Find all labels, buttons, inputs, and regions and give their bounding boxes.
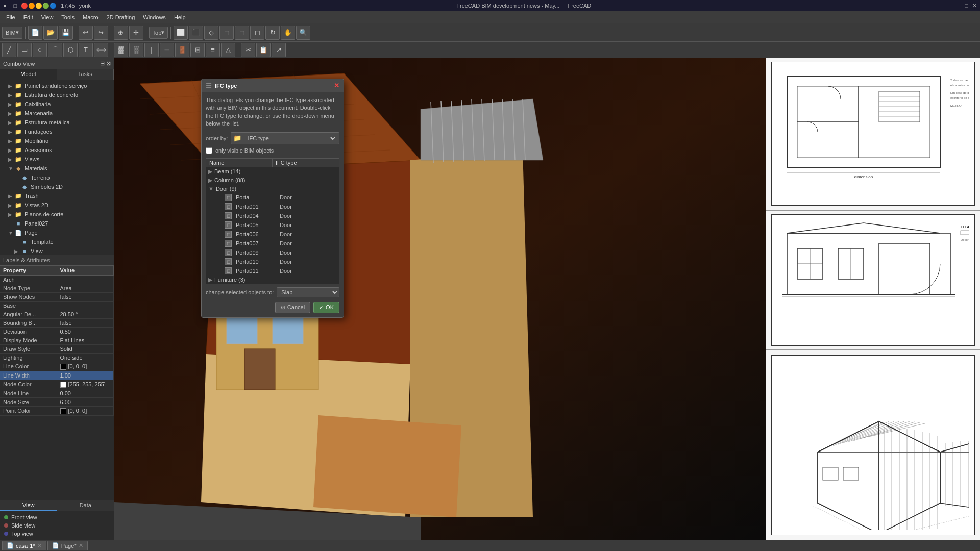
ifc-dialog-close[interactable]: ✕ — [334, 82, 339, 89]
tree-item-panel027[interactable]: ■ Panel027 — [0, 219, 114, 228]
roof-btn[interactable]: △ — [221, 43, 235, 57]
snap2-btn[interactable]: ✛ — [129, 26, 143, 40]
prop-line-width[interactable]: Line Width1.00 — [0, 371, 114, 380]
order-by-dropdown[interactable]: IFC type — [243, 134, 337, 143]
side-view-item[interactable]: Side view — [0, 521, 114, 530]
ifc-item-porta007[interactable]: ◻ Porta007 Door — [206, 239, 339, 248]
prop-display-mode[interactable]: Display ModeFlat Lines — [0, 336, 114, 345]
tree-item-acessorios[interactable]: ▶ 📁 Acessórios — [0, 145, 114, 155]
redo-btn[interactable]: ↪ — [94, 26, 108, 40]
prop-point-color[interactable]: Point Color [0, 0, 0] — [0, 407, 114, 416]
new-btn[interactable]: 📄 — [28, 26, 42, 40]
prop-node-size[interactable]: Node Size6.00 — [0, 398, 114, 407]
tab-model[interactable]: Model — [0, 69, 57, 80]
wall-btn[interactable]: ▓ — [114, 43, 128, 57]
view-top-btn[interactable]: ◻ — [250, 26, 264, 40]
text-btn[interactable]: T — [79, 43, 93, 57]
tab-casa[interactable]: 📄 casa 1* ✕ — [2, 541, 46, 550]
poly-btn[interactable]: ⬡ — [63, 43, 78, 57]
window-controls[interactable]: ● ─ □ — [3, 3, 17, 9]
ifc-item-porta005[interactable]: ◻ Porta005 Door — [206, 220, 339, 230]
tree-item-estruturametalica[interactable]: ▶ 📁 Estrutura metálica — [0, 118, 114, 127]
ifc-item-porta010[interactable]: ◻ Porta010 Door — [206, 257, 339, 266]
tab-view[interactable]: View — [0, 500, 57, 511]
page-close[interactable]: ✕ — [79, 542, 83, 549]
tree-item-trash[interactable]: ▶ 📁 Trash — [0, 191, 114, 201]
open-btn[interactable]: 📂 — [43, 26, 58, 40]
export-btn[interactable]: ↗ — [272, 43, 286, 57]
minimize-btn[interactable]: ─ — [957, 3, 961, 9]
tab-page[interactable]: 📄 Page* ✕ — [47, 541, 88, 550]
menu-macro[interactable]: Macro — [79, 13, 103, 21]
prop-node-color[interactable]: Node Color [255, 255, 255] — [0, 380, 114, 389]
view-side-btn[interactable]: ◻ — [235, 26, 249, 40]
top-view-item[interactable]: Top view — [0, 530, 114, 538]
prop-bounding-b[interactable]: Bounding B...false — [0, 319, 114, 328]
workbench-dropdown[interactable]: BIM ▾ — [2, 27, 22, 39]
prop-deviation[interactable]: Deviation0.50 — [0, 328, 114, 336]
ifc-group-furniture[interactable]: ▶ Furniture (3) — [206, 276, 339, 284]
rect-btn[interactable]: ▭ — [17, 43, 32, 57]
ifc-dialog-titlebar[interactable]: ☰ IFC type ✕ — [202, 79, 344, 92]
ifc-item-porta011[interactable]: ◻ Porta011 Door — [206, 266, 339, 276]
prop-line-color[interactable]: Line Color [0, 0, 0] — [0, 362, 114, 371]
stair-btn[interactable]: ≡ — [206, 43, 220, 57]
save-btn[interactable]: 💾 — [59, 26, 73, 40]
tree-item-simbolos2d[interactable]: ◆ Símbolos 2D — [0, 182, 114, 191]
prop-angular-de[interactable]: Angular De...28.50 ° — [0, 310, 114, 319]
ifc-item-porta006[interactable]: ◻ Porta006 Door — [206, 230, 339, 239]
menu-2d-drafting[interactable]: 2D Drafting — [103, 13, 139, 21]
ok-button[interactable]: ✓ OK — [313, 302, 339, 313]
center-viewport[interactable]: ☰ IFC type ✕ This dialog lets you change… — [114, 58, 766, 540]
freecad-tab[interactable]: FreeCAD — [568, 3, 591, 9]
prop-draw-style[interactable]: Draw StyleSolid — [0, 345, 114, 354]
casa-close[interactable]: ✕ — [37, 542, 42, 549]
tree-item-mobiliario[interactable]: ▶ 📁 Mobiliário — [0, 136, 114, 145]
prop-show-nodes[interactable]: Show Nodesfalse — [0, 293, 114, 302]
change-dropdown[interactable]: Slab — [277, 287, 339, 297]
tree-item-template[interactable]: ■ order by: Template — [0, 237, 114, 246]
view-dropdown[interactable]: Top ▾ — [149, 27, 168, 39]
view-front-btn[interactable]: ◻ — [219, 26, 234, 40]
tab-data[interactable]: Data — [57, 500, 114, 511]
view3d-btn[interactable]: ⬜ — [174, 26, 188, 40]
prop-lighting[interactable]: LightingOne side — [0, 354, 114, 362]
ifc-group-beam[interactable]: ▶ Beam (14) — [206, 167, 339, 176]
tree-item-view[interactable]: ▶ ■ View — [0, 246, 114, 254]
tree-item-views[interactable]: ▶ 📁 Views — [0, 155, 114, 164]
beam-btn[interactable]: ═ — [160, 43, 174, 57]
prop-base[interactable]: Base — [0, 302, 114, 310]
pan-btn[interactable]: ✋ — [281, 26, 295, 40]
menu-windows[interactable]: Windows — [139, 13, 170, 21]
prop-node-line[interactable]: Node Line0.00 — [0, 389, 114, 398]
menu-file[interactable]: File — [2, 13, 19, 21]
tab-tasks[interactable]: Tasks — [57, 69, 114, 80]
tree-item-terreno[interactable]: ◆ Terreno — [0, 173, 114, 182]
view-iso-btn[interactable]: ◇ — [204, 26, 218, 40]
menu-tools[interactable]: Tools — [57, 13, 79, 21]
snap-btn[interactable]: ⊕ — [114, 26, 128, 40]
visible-bim-checkbox[interactable] — [206, 147, 212, 154]
slab-btn[interactable]: ▒ — [129, 43, 143, 57]
tree-item-fundacoes[interactable]: ▶ 📁 Fundações — [0, 127, 114, 136]
page-btn[interactable]: 📋 — [256, 43, 271, 57]
prop-node-type[interactable]: Node TypeArea — [0, 284, 114, 293]
tree-item-estrutura[interactable]: ▶ 📁 Estrutura de concreto — [0, 90, 114, 99]
window-btn[interactable]: ⊞ — [190, 43, 205, 57]
tree-item-materials[interactable]: ▼ ◆ Materials — [0, 164, 114, 173]
front-view-item[interactable]: Front view — [0, 513, 114, 521]
tree-item-marcenaria[interactable]: ▶ 📁 Marcenaria — [0, 109, 114, 118]
tree-item-panelsanduiche[interactable]: ▶ 📁 Painel sanduíche serviço — [0, 81, 114, 90]
menu-edit[interactable]: Edit — [19, 13, 37, 21]
tree-item-caixilharia[interactable]: ▶ 📁 Caixilharia — [0, 99, 114, 109]
ifc-list[interactable]: ▶ Beam (14) ▶ Column (88) ▼ Door (9) — [206, 167, 339, 284]
cancel-button[interactable]: ⊘ Cancel — [275, 302, 310, 313]
maximize-btn[interactable]: □ — [965, 3, 968, 9]
circle-btn[interactable]: ○ — [33, 43, 47, 57]
line-btn[interactable]: ╱ — [2, 43, 16, 57]
section-btn[interactable]: ✂ — [241, 43, 255, 57]
column-btn[interactable]: | — [144, 43, 159, 57]
view3d2-btn[interactable]: ⬛ — [189, 26, 203, 40]
close-btn[interactable]: ✕ — [972, 3, 977, 9]
undo-btn[interactable]: ↩ — [79, 26, 93, 40]
